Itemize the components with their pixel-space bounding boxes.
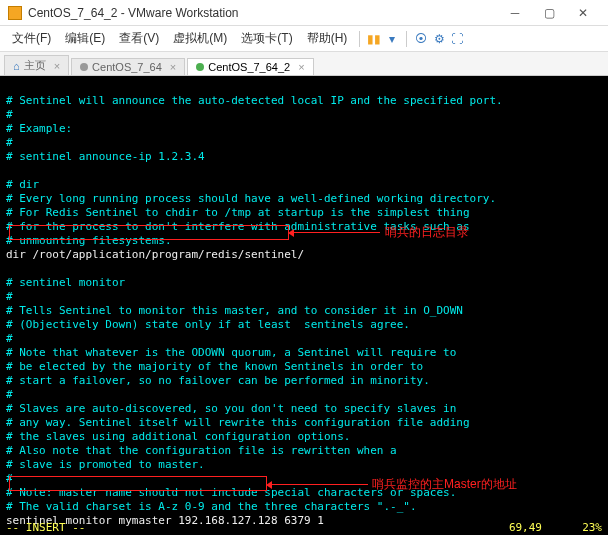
menubar: 文件(F) 编辑(E) 查看(V) 虚拟机(M) 选项卡(T) 帮助(H) ▮▮…: [0, 26, 608, 52]
terminal[interactable]: # Sentinel will announce the auto-detect…: [0, 76, 608, 535]
home-icon: ⌂: [13, 60, 20, 72]
status-dot-icon: [196, 63, 204, 71]
menu-vm[interactable]: 虚拟机(M): [167, 28, 233, 49]
tab-label: CentOS_7_64: [92, 61, 162, 73]
menu-edit[interactable]: 编辑(E): [59, 28, 111, 49]
app-icon: [8, 6, 22, 20]
terminal-content: # Sentinel will announce the auto-detect…: [6, 94, 602, 535]
menu-tabs[interactable]: 选项卡(T): [235, 28, 298, 49]
dropdown-icon[interactable]: ▾: [384, 31, 400, 47]
window-title: CentOS_7_64_2 - VMware Workstation: [28, 6, 498, 20]
menu-view[interactable]: 查看(V): [113, 28, 165, 49]
vim-position: 69,49: [462, 521, 542, 535]
titlebar: CentOS_7_64_2 - VMware Workstation ─ ▢ ✕: [0, 0, 608, 26]
tab-label: CentOS_7_64_2: [208, 61, 290, 73]
annotation-1: 哨兵的日志目录: [385, 225, 469, 239]
arrow-2: [268, 484, 368, 485]
tab-label: 主页: [24, 58, 46, 73]
tab-centos2-active[interactable]: CentOS_7_64_2 ×: [187, 58, 313, 75]
annotation-2: 哨兵监控的主Master的地址: [372, 477, 517, 491]
tabbar: ⌂ 主页 × CentOS_7_64 × CentOS_7_64_2 ×: [0, 52, 608, 76]
arrow-1: [290, 232, 380, 233]
vim-percent: 23%: [542, 521, 602, 535]
close-icon[interactable]: ×: [298, 61, 304, 73]
close-icon[interactable]: ×: [170, 61, 176, 73]
tab-centos1[interactable]: CentOS_7_64 ×: [71, 58, 185, 75]
separator: [406, 31, 407, 47]
fullscreen-icon[interactable]: ⛶: [449, 31, 465, 47]
close-button[interactable]: ✕: [566, 3, 600, 23]
tab-home[interactable]: ⌂ 主页 ×: [4, 55, 69, 75]
pause-icon[interactable]: ▮▮: [366, 31, 382, 47]
status-line: -- INSERT -- 69,49 23%: [0, 521, 608, 535]
minimize-button[interactable]: ─: [498, 3, 532, 23]
close-icon[interactable]: ×: [54, 60, 60, 72]
menu-help[interactable]: 帮助(H): [301, 28, 354, 49]
settings-icon[interactable]: ⚙: [431, 31, 447, 47]
vim-mode: -- INSERT --: [6, 521, 462, 535]
snapshot-icon[interactable]: ⦿: [413, 31, 429, 47]
menu-file[interactable]: 文件(F): [6, 28, 57, 49]
status-dot-icon: [80, 63, 88, 71]
maximize-button[interactable]: ▢: [532, 3, 566, 23]
separator: [359, 31, 360, 47]
